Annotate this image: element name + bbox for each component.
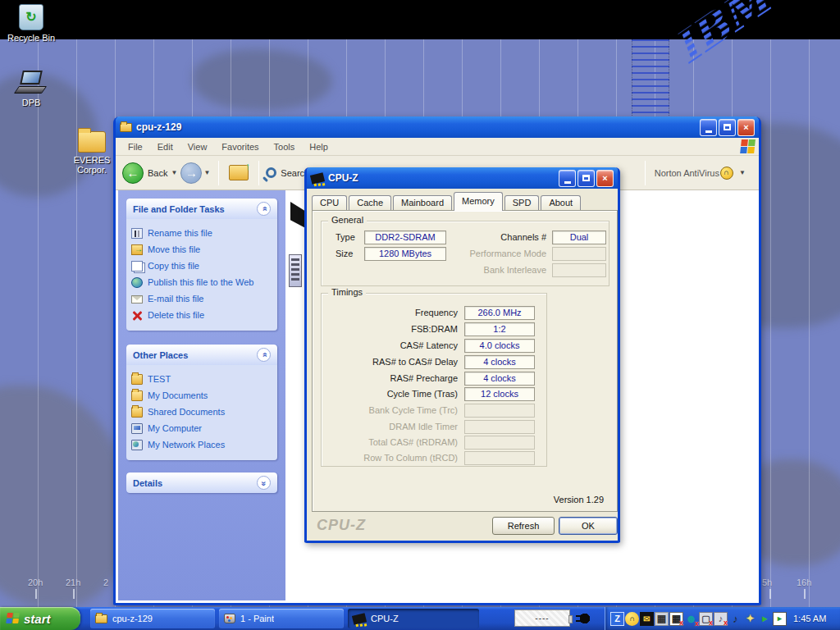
file-tasks-header[interactable]: File and Folder Tasks »: [126, 199, 277, 219]
tab-spd[interactable]: SPD: [504, 195, 540, 211]
type-label: Type: [336, 232, 355, 242]
task-publish-this-file[interactable]: Publish this file to the Web: [131, 274, 272, 290]
copy-icon: [131, 261, 143, 272]
close-button[interactable]: ×: [737, 119, 755, 136]
tab-cache[interactable]: Cache: [349, 195, 391, 211]
minimize-button[interactable]: [559, 170, 576, 187]
task-delete-this-file[interactable]: Delete this file: [131, 307, 272, 323]
tray-display-grid-disabled-icon[interactable]: ▦x: [669, 612, 683, 626]
task-copy-this-file[interactable]: Copy this file: [131, 258, 272, 274]
back-dropdown-icon[interactable]: ▼: [171, 169, 177, 176]
task-move-this-file[interactable]: Move this file: [131, 241, 272, 258]
expand-chevron-icon[interactable]: »: [257, 476, 271, 490]
folder-icon: [95, 614, 107, 623]
start-button[interactable]: start: [0, 607, 80, 630]
tray-network-computer-icon[interactable]: ▦: [655, 612, 669, 626]
collapse-chevron-icon[interactable]: »: [257, 202, 271, 216]
tab-memory[interactable]: Memory: [454, 192, 503, 211]
timing-value: 1:2: [464, 322, 535, 336]
timing-label: CAS# Latency: [328, 340, 458, 350]
minimize-button[interactable]: [700, 119, 717, 136]
general-groupbox: General Type DDR2-SDRAM Channels # Dual …: [321, 221, 609, 286]
ibm-logo-icon: IBM: [648, 0, 812, 79]
tab-cpu[interactable]: CPU: [312, 195, 347, 211]
place-my-network-places[interactable]: My Network Places: [131, 436, 272, 453]
details-header[interactable]: Details »: [126, 472, 277, 493]
taskbar-button-explorer[interactable]: cpu-z-129: [90, 609, 215, 628]
menu-favorites[interactable]: Favorites: [214, 139, 266, 154]
power-plug-icon[interactable]: [577, 613, 590, 624]
menu-bar: File Edit View Favorites Tools Help: [116, 138, 759, 156]
file-icon[interactable]: [289, 254, 302, 287]
back-label[interactable]: Back: [148, 168, 167, 178]
timezone-label: 16h: [797, 578, 811, 587]
maximize-button[interactable]: [719, 119, 736, 136]
tray-computer-disconnected-icon[interactable]: ▢x: [699, 612, 713, 626]
tray-norton-antivirus-icon[interactable]: ∩: [625, 612, 639, 626]
email-icon: [131, 295, 143, 304]
norton-antivirus-label[interactable]: Norton AntiVirus: [655, 168, 719, 178]
taskbar-button-paint[interactable]: 1 - Paint: [219, 609, 344, 628]
search-icon[interactable]: [266, 167, 276, 178]
battery-meter[interactable]: ----: [514, 609, 570, 627]
other-places-header[interactable]: Other Places »: [126, 345, 277, 365]
place-shared-documents[interactable]: Shared Documents: [131, 404, 272, 420]
timing-value: 4.0 clocks: [464, 339, 535, 353]
timing-label: Frequency: [328, 308, 458, 317]
timezone-label: 2: [103, 578, 108, 587]
menu-help[interactable]: Help: [302, 139, 336, 154]
timing-value: 4 clocks: [464, 372, 535, 386]
tray-pointing-device-icon[interactable]: Z: [610, 612, 624, 626]
menu-file[interactable]: File: [121, 139, 150, 154]
timings-legend: Timings: [328, 287, 366, 297]
taskbar: start cpu-z-129 1 - Paint CPU-Z ---- Z ∩…: [0, 607, 840, 630]
tray-ghost-utility-icon[interactable]: ✦: [743, 612, 757, 626]
task-email-this-file[interactable]: E-mail this file: [131, 290, 272, 307]
menu-view[interactable]: View: [180, 139, 215, 154]
collapse-chevron-icon[interactable]: »: [257, 348, 271, 362]
explorer-title-bar[interactable]: cpu-z-129 ×: [116, 116, 759, 138]
cpu-chip-icon: [352, 613, 367, 625]
tray-display-settings-icon[interactable]: ►: [773, 612, 787, 626]
forward-dropdown-icon[interactable]: ▼: [203, 169, 210, 176]
close-button[interactable]: ×: [596, 170, 614, 187]
windows-flag-icon: [6, 613, 21, 624]
norton-dropdown-icon[interactable]: ▼: [739, 169, 746, 176]
shared-documents-icon: [131, 407, 143, 418]
desktop-icon-dpb[interactable]: DPB: [2, 71, 61, 107]
up-button[interactable]: [229, 165, 249, 180]
place-my-documents[interactable]: My Documents: [131, 387, 272, 404]
move-icon: [131, 244, 143, 255]
maximize-button[interactable]: [578, 170, 595, 187]
wallpaper-continent: [193, 49, 332, 111]
timing-label: DRAM Idle Timer: [328, 422, 458, 431]
tray-mail-alert-icon[interactable]: ✉: [640, 612, 654, 626]
ok-button[interactable]: OK: [559, 517, 618, 535]
tab-about[interactable]: About: [541, 195, 581, 211]
tray-volume-icon[interactable]: ♪: [728, 612, 742, 626]
back-button[interactable]: ←: [122, 162, 144, 184]
taskbar-button-cpuz[interactable]: CPU-Z: [348, 609, 479, 628]
size-value: 1280 MBytes: [364, 247, 446, 261]
type-value: DDR2-SDRAM: [364, 231, 446, 244]
place-my-computer[interactable]: My Computer: [131, 420, 272, 436]
task-rename-this-file[interactable]: Rename this file: [131, 225, 272, 241]
forward-button[interactable]: →: [180, 162, 202, 184]
place-test[interactable]: TEST: [131, 371, 272, 387]
icon-label: DPB: [2, 98, 61, 107]
system-tray: Z ∩ ✉ ▦ ▦x ☻x ▢x ♪x ♪ ✦ ► ► 1:45 AM: [605, 607, 840, 630]
tab-mainboard[interactable]: Mainboard: [393, 195, 452, 211]
tray-audio-disabled-icon[interactable]: ♪x: [714, 612, 728, 626]
timing-label: Row To Column (tRCD): [328, 453, 458, 463]
menu-edit[interactable]: Edit: [150, 139, 180, 154]
cpuz-title-bar[interactable]: CPU-Z ×: [307, 167, 618, 189]
bank-interleave-value: [552, 263, 606, 277]
desktop-icon-everes[interactable]: EVERES Corpor.: [66, 131, 118, 175]
menu-tools[interactable]: Tools: [267, 139, 303, 154]
desktop-icon-recycle-bin[interactable]: ↻ Recycle Bin: [2, 4, 61, 43]
tray-updates-icon[interactable]: ►: [758, 612, 772, 626]
refresh-button[interactable]: Refresh: [492, 517, 555, 535]
tray-users-offline-icon[interactable]: ☻x: [684, 612, 698, 626]
norton-antivirus-icon[interactable]: [720, 167, 733, 180]
timezone-tick: [35, 589, 37, 599]
